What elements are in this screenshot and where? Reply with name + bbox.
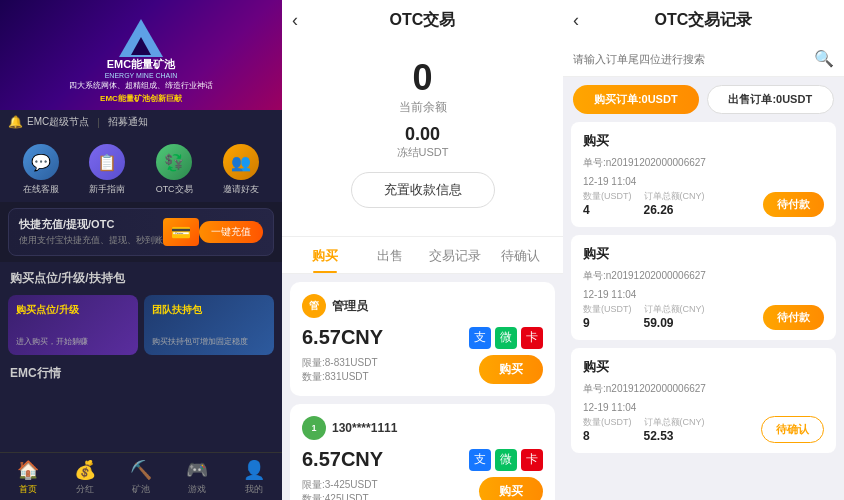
tab-sell[interactable]: 出售: [357, 237, 422, 273]
nav-home[interactable]: 🏠 首页: [0, 459, 56, 496]
trader-row: 管 管理员: [302, 294, 543, 318]
usdt-value: 9: [583, 316, 632, 330]
quick-action-otc[interactable]: 💱 OTC交易: [156, 144, 193, 196]
announcement-icon: 🔔: [8, 115, 23, 129]
frozen-label: 冻结USDT: [298, 145, 547, 160]
recharge-button[interactable]: 一键充值: [199, 221, 263, 243]
trade-limit: 限量:3-425USDT: [302, 478, 378, 492]
filter-row: 购买订单:0USDT 出售订单:0USDT: [563, 77, 844, 122]
trade-amount: 数量:831USDT: [302, 370, 378, 384]
left-panel: EMC能量矿池 ENERGY MINE CHAIN 四大系统网体、超精组成、缔造…: [0, 0, 282, 500]
nav-game[interactable]: 🎮 游戏: [169, 459, 225, 496]
banner-triangle: [119, 19, 163, 57]
recharge-title: 快捷充值/提现/OTC: [19, 217, 163, 232]
middle-panel: ‹ OTC交易 0 当前余额 0.00 冻结USDT 充置收款信息 购买 出售 …: [282, 0, 563, 500]
tab-pending[interactable]: 待确认: [488, 237, 553, 273]
trade-amount: 数量:425USDT: [302, 492, 378, 501]
announcement-bar: 🔔 EMC超级节点 | 招募通知: [0, 110, 282, 134]
frozen-value: 0.00: [298, 124, 547, 145]
record-details: 12-19 11:04 数量(USDT) 8 订单总额(CNY) 52.53: [583, 402, 705, 443]
quick-action-customer[interactable]: 💬 在线客服: [23, 144, 59, 196]
nav-dividend[interactable]: 💰 分红: [56, 459, 112, 496]
record-time: 12-19 11:04: [583, 176, 705, 187]
search-icon[interactable]: 🔍: [814, 49, 834, 68]
wechat-icon: 微: [495, 327, 517, 349]
right-back-button[interactable]: ‹: [573, 10, 579, 31]
trade-card: 1 130****1111 6.57CNY 支 微 卡 限量:3-425USDT…: [290, 404, 555, 500]
profile-icon: 👤: [243, 459, 265, 481]
balance-section: 0 当前余额 0.00 冻结USDT 充置收款信息: [282, 41, 563, 237]
cny-label: 订单总额(CNY): [644, 416, 705, 429]
record-meta: 数量(USDT) 9 订单总额(CNY) 59.09: [583, 303, 705, 330]
quick-actions: 💬 在线客服 📋 新手指南 💱 OTC交易 👥 邀请好友: [0, 134, 282, 202]
middle-back-button[interactable]: ‹: [292, 10, 298, 31]
payment-icons: 支 微 卡: [469, 449, 543, 471]
trade-price-row: 6.57CNY 支 微 卡: [302, 326, 543, 349]
recharge-banner[interactable]: 快捷充值/提现/OTC 使用支付宝快捷充值、提现、秒到账 💳 一键充值: [8, 208, 274, 256]
buy-card-title: 购买点位/升级: [16, 303, 130, 317]
wechat-icon: 微: [495, 449, 517, 471]
invite-label: 邀请好友: [223, 183, 259, 196]
record-meta: 数量(USDT) 8 订单总额(CNY) 52.53: [583, 416, 705, 443]
record-details: 12-19 11:04 数量(USDT) 4 订单总额(CNY) 26.26: [583, 176, 705, 217]
status-button[interactable]: 待确认: [761, 416, 824, 443]
banner-emc-label: EMC能量矿池: [107, 57, 175, 72]
right-title: OTC交易记录: [655, 10, 753, 31]
trade-price: 6.57CNY: [302, 448, 383, 471]
section-title: 购买点位/升级/扶持包: [0, 262, 282, 291]
filter-buy-button[interactable]: 购买订单:0USDT: [573, 85, 699, 114]
level-cards: 购买点位/升级 进入购买，开始躺赚 团队扶持包 购买扶持包可增加固定稳度: [0, 291, 282, 361]
record-cny: 订单总额(CNY) 26.26: [644, 190, 705, 217]
trade-list: 管 管理员 6.57CNY 支 微 卡 限量:8-831USDT 数量:831U…: [282, 274, 563, 500]
record-row: 12-19 11:04 数量(USDT) 8 订单总额(CNY) 52.53 待…: [583, 402, 824, 443]
guide-icon: 📋: [89, 144, 125, 180]
trade-limits: 限量:8-831USDT 数量:831USDT: [302, 356, 378, 384]
status-button[interactable]: 待付款: [763, 192, 824, 217]
home-icon: 🏠: [17, 459, 39, 481]
middle-tabs: 购买 出售 交易记录 待确认: [282, 237, 563, 274]
quick-action-invite[interactable]: 👥 邀请好友: [223, 144, 259, 196]
tab-history[interactable]: 交易记录: [423, 237, 488, 273]
usdt-label: 数量(USDT): [583, 416, 632, 429]
dividend-icon: 💰: [74, 459, 96, 481]
record-usdt: 数量(USDT) 9: [583, 303, 632, 330]
trade-info-row: 限量:8-831USDT 数量:831USDT 购买: [302, 355, 543, 384]
mining-label: 矿池: [132, 483, 150, 496]
tab-buy[interactable]: 购买: [292, 237, 357, 273]
alipay-icon: 支: [469, 327, 491, 349]
mining-icon: ⛏️: [130, 459, 152, 481]
record-cny: 订单总额(CNY) 59.09: [644, 303, 705, 330]
level-card-buy[interactable]: 购买点位/升级 进入购买，开始躺赚: [8, 295, 138, 355]
banner-tagline: 四大系统网体、超精组成、缔造行业神话: [69, 81, 213, 91]
trade-price-row: 6.57CNY 支 微 卡: [302, 448, 543, 471]
cny-value: 59.09: [644, 316, 705, 330]
record-cny: 订单总额(CNY) 52.53: [644, 416, 705, 443]
balance-value: 0: [298, 57, 547, 99]
trade-price: 6.57CNY: [302, 326, 383, 349]
buy-button[interactable]: 购买: [479, 477, 543, 500]
filter-sell-button[interactable]: 出售订单:0USDT: [707, 85, 835, 114]
trade-info-row: 限量:3-425USDT 数量:425USDT 购买: [302, 477, 543, 500]
trader-avatar: 1: [302, 416, 326, 440]
record-type: 购买: [583, 132, 824, 150]
record-time: 12-19 11:04: [583, 289, 705, 300]
announcement-text: EMC超级节点: [27, 115, 89, 129]
recharge-info-button[interactable]: 充置收款信息: [351, 172, 495, 208]
quick-action-guide[interactable]: 📋 新手指南: [89, 144, 125, 196]
record-card: 购买 单号:n20191202000006627 12-19 11:04 数量(…: [571, 235, 836, 340]
cny-value: 26.26: [644, 203, 705, 217]
nav-mining[interactable]: ⛏️ 矿池: [113, 459, 169, 496]
bank-icon: 卡: [521, 327, 543, 349]
alipay-icon: 支: [469, 449, 491, 471]
status-button[interactable]: 待付款: [763, 305, 824, 330]
usdt-label: 数量(USDT): [583, 303, 632, 316]
bottom-nav: 🏠 首页 💰 分红 ⛏️ 矿池 🎮 游戏 👤 我的: [0, 452, 282, 500]
search-input[interactable]: [573, 53, 808, 65]
record-type: 购买: [583, 358, 824, 376]
team-card-title: 团队扶持包: [152, 303, 266, 317]
middle-title: OTC交易: [390, 10, 456, 31]
record-meta: 数量(USDT) 4 订单总额(CNY) 26.26: [583, 190, 705, 217]
level-card-team[interactable]: 团队扶持包 购买扶持包可增加固定稳度: [144, 295, 274, 355]
buy-button[interactable]: 购买: [479, 355, 543, 384]
nav-profile[interactable]: 👤 我的: [226, 459, 282, 496]
